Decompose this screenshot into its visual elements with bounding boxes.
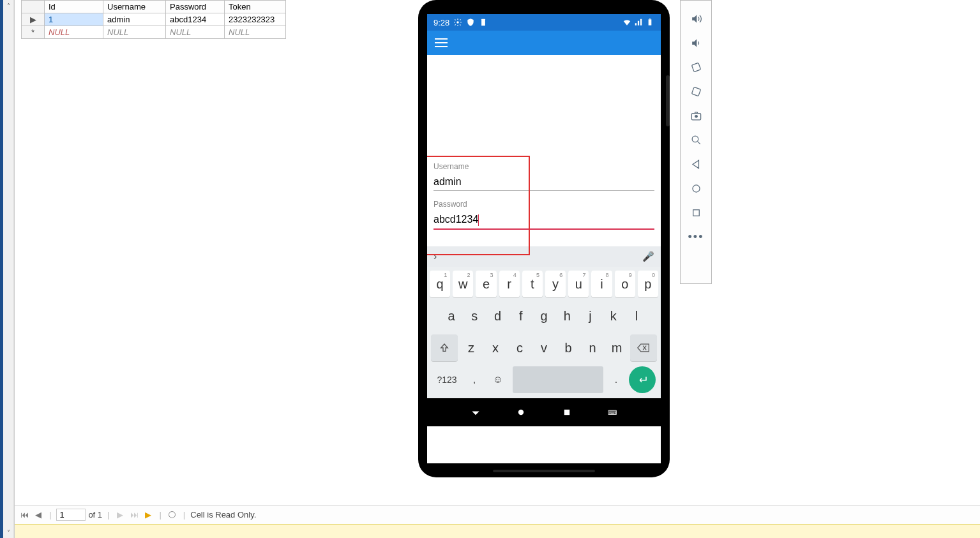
emu-home-button[interactable]	[686, 178, 706, 198]
key-b[interactable]: b	[557, 334, 579, 361]
key-g[interactable]: g	[534, 303, 554, 329]
nav-current-row-input[interactable]	[56, 509, 86, 521]
chevron-right-icon[interactable]: ›	[433, 251, 437, 262]
key-e[interactable]: e3	[476, 271, 496, 297]
keyboard-row-2: asdfghjkl	[430, 303, 658, 329]
volume-down-button[interactable]	[686, 33, 706, 53]
username-label: Username	[433, 162, 654, 171]
nav-back-button[interactable]	[469, 406, 482, 419]
key-j[interactable]: j	[580, 303, 600, 329]
nav-keyboard-button[interactable]: ⌨	[606, 406, 619, 419]
app-bar	[427, 31, 661, 55]
key-h[interactable]: h	[557, 303, 577, 329]
key-v[interactable]: v	[533, 334, 555, 361]
key-u[interactable]: u7	[568, 271, 589, 297]
nav-last-icon[interactable]: ⏭	[128, 509, 140, 521]
row-marker[interactable]: ▶	[22, 13, 45, 26]
key-o[interactable]: o9	[615, 271, 635, 297]
key-x[interactable]: x	[485, 334, 506, 361]
data-grid[interactable]: Id Username Password Token ▶ 1 admin abc…	[21, 0, 286, 39]
cell-token[interactable]: NULL	[225, 26, 286, 39]
username-input[interactable]: admin	[433, 174, 654, 191]
key-f[interactable]: f	[511, 303, 531, 329]
phone-screen: 9:28 Username	[427, 14, 661, 463]
nav-add-icon[interactable]: ▶	[142, 509, 154, 521]
rotate-right-button[interactable]	[686, 81, 706, 101]
zoom-button[interactable]	[686, 130, 706, 150]
emu-more-button[interactable]: •••	[686, 227, 706, 247]
key-l[interactable]: l	[626, 303, 647, 329]
key-d[interactable]: d	[487, 303, 508, 329]
nav-home-button[interactable]	[515, 406, 527, 419]
key-i[interactable]: i8	[591, 271, 612, 297]
key-w[interactable]: w2	[453, 271, 473, 297]
nav-stop-icon[interactable]	[167, 509, 178, 521]
table-row[interactable]: * NULL NULL NULL NULL	[22, 26, 286, 39]
key-t[interactable]: t5	[522, 271, 543, 297]
svg-point-0	[457, 21, 460, 24]
numeric-key[interactable]: ?123	[432, 366, 462, 393]
key-r[interactable]: r4	[499, 271, 520, 297]
svg-rect-7	[691, 87, 700, 96]
nav-first-icon[interactable]: ⏮	[19, 509, 30, 521]
screenshot-button[interactable]	[686, 105, 706, 126]
mic-icon[interactable]: 🎤	[642, 251, 654, 262]
comma-key[interactable]: ,	[465, 366, 483, 393]
header-id[interactable]: Id	[45, 1, 103, 13]
cell-username[interactable]: admin	[103, 13, 166, 26]
emu-back-button[interactable]	[686, 154, 706, 174]
nav-next-icon[interactable]: ▶	[114, 509, 126, 521]
key-q[interactable]: q1	[430, 271, 450, 297]
emu-recent-button[interactable]	[686, 202, 706, 223]
keyboard-suggestion-bar[interactable]: › 🎤	[427, 246, 661, 267]
key-y[interactable]: y6	[545, 271, 566, 297]
header-row: Id Username Password Token	[22, 1, 286, 13]
cell-password[interactable]: abcd1234	[166, 13, 225, 26]
enter-key[interactable]	[629, 366, 656, 393]
cell-username[interactable]: NULL	[103, 26, 166, 39]
backspace-key[interactable]	[630, 334, 657, 361]
scroll-up-arrow[interactable]: ˄	[3, 0, 13, 11]
vertical-scrollbar[interactable]: ˄ ˅	[3, 0, 14, 538]
key-z[interactable]: z	[460, 334, 482, 361]
key-p[interactable]: p0	[638, 271, 658, 297]
key-k[interactable]: k	[603, 303, 624, 329]
key-a[interactable]: a	[441, 303, 462, 329]
cell-id[interactable]: 1	[45, 13, 103, 26]
shift-key[interactable]	[431, 334, 458, 361]
key-s[interactable]: s	[464, 303, 485, 329]
soft-keyboard[interactable]: q1w2e3r4t5y6u7i8o9p0 asdfghjkl zxcvbnm ?…	[427, 267, 661, 398]
keyboard-row-1: q1w2e3r4t5y6u7i8o9p0	[430, 271, 658, 297]
emulator-toolbar: •••	[680, 0, 712, 284]
phone-side-button	[666, 75, 670, 126]
header-password[interactable]: Password	[166, 1, 225, 13]
nav-recent-button[interactable]	[561, 406, 573, 419]
hamburger-icon[interactable]	[435, 38, 448, 47]
keyboard-row-bottom: ?123 , ☺ .	[430, 366, 658, 397]
password-input[interactable]: abcd1234	[433, 211, 654, 230]
corner-cell	[22, 1, 45, 13]
cell-id[interactable]: NULL	[45, 26, 103, 39]
space-key[interactable]	[513, 366, 603, 393]
row-marker[interactable]: *	[22, 26, 45, 39]
svg-rect-1	[481, 19, 485, 26]
key-c[interactable]: c	[509, 334, 531, 361]
android-nav-bar: ⌨	[427, 398, 661, 426]
content-area: Id Username Password Token ▶ 1 admin abc…	[14, 0, 980, 538]
emoji-key[interactable]: ☺	[487, 366, 509, 393]
nav-prev-icon[interactable]: ◀	[33, 509, 44, 521]
key-n[interactable]: n	[582, 334, 603, 361]
table-row[interactable]: ▶ 1 admin abcd1234 2323232323	[22, 13, 286, 26]
period-key[interactable]: .	[607, 366, 625, 393]
svg-rect-12	[693, 209, 699, 216]
header-username[interactable]: Username	[103, 1, 166, 13]
shield-icon	[466, 18, 475, 27]
key-m[interactable]: m	[606, 334, 628, 361]
cell-password[interactable]: NULL	[166, 26, 225, 39]
scroll-down-arrow[interactable]: ˅	[3, 527, 13, 538]
volume-up-button[interactable]	[686, 8, 706, 29]
wifi-icon	[622, 18, 631, 27]
header-token[interactable]: Token	[225, 1, 286, 13]
rotate-left-button[interactable]	[686, 57, 706, 77]
cell-token[interactable]: 2323232323	[225, 13, 286, 26]
